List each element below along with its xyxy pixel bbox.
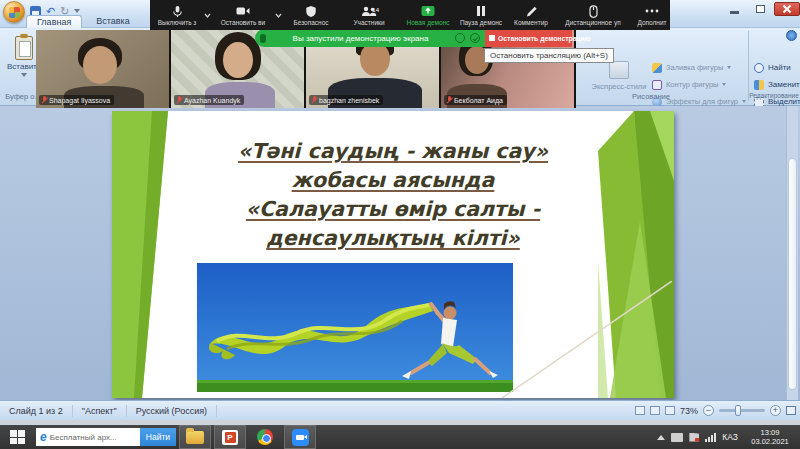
clipboard-icon: [15, 36, 33, 60]
banner-audio-icon[interactable]: [455, 33, 465, 43]
slide-sorter-view-icon[interactable]: [650, 406, 660, 415]
taskbar-zoom-button[interactable]: [284, 425, 316, 449]
minimize-button[interactable]: [722, 2, 746, 16]
language-status[interactable]: Русский (Россия): [127, 405, 217, 417]
participant-face: [223, 42, 253, 78]
slide-counter: Слайд 1 из 2: [0, 405, 73, 417]
share-screen-icon: [421, 4, 435, 18]
tray-expand-icon[interactable]: [657, 435, 665, 440]
taskbar-powerpoint-button[interactable]: P: [214, 425, 246, 449]
replace-label: Заменить: [768, 80, 800, 89]
slide-diagonal-accent-line: [442, 281, 672, 398]
drawing-group-label: Рисование: [556, 92, 746, 101]
network-icon[interactable]: [705, 433, 716, 442]
find-icon: [754, 63, 764, 73]
security-button[interactable]: Безопаснос: [284, 0, 338, 30]
zoom-in-button[interactable]: +: [770, 405, 781, 416]
stop-video-button[interactable]: Остановить ви: [213, 0, 273, 30]
taskbar-explorer-button[interactable]: [179, 425, 211, 449]
editing-group-label: Редактирование: [748, 92, 800, 99]
slide-title-line-2: жобасы аясында: [170, 166, 616, 195]
pause-icon: [476, 4, 486, 18]
shape-fill-button[interactable]: Заливка фигуры: [652, 59, 746, 76]
participant-name-tag: Бекболат Аида: [444, 95, 507, 105]
banner-mic-icon: [260, 34, 266, 43]
quick-styles-icon: [609, 61, 629, 79]
taskbar-search-text: Бесплатный арх...: [50, 433, 117, 442]
new-share-label: Новая демонс: [407, 19, 450, 26]
participant-name: bagzhan zhenisbek: [319, 97, 379, 104]
minimize-icon: [730, 11, 739, 14]
replace-button[interactable]: Заменить: [754, 76, 800, 93]
language-indicator[interactable]: КАЗ: [722, 432, 738, 442]
fit-to-window-icon[interactable]: [786, 406, 796, 415]
zoom-slider[interactable]: [719, 409, 765, 412]
participant-name: Shapagat Ilyassova: [49, 97, 110, 104]
taskbar-find-button[interactable]: Найти: [140, 428, 176, 446]
quick-styles-button[interactable]: Экспресс-стили: [590, 61, 648, 91]
annotate-button[interactable]: Комментир: [506, 0, 556, 30]
pause-share-button[interactable]: Пауза демонс: [456, 0, 506, 30]
clock-time: 13:09: [744, 428, 796, 437]
zoom-out-button[interactable]: −: [703, 405, 714, 416]
find-button[interactable]: Найти: [754, 59, 800, 76]
pencil-icon: [525, 4, 538, 18]
slide-canvas[interactable]: «Тәні саудың - жаны сау» жобасы аясында …: [112, 111, 674, 398]
video-tile[interactable]: Shapagat Ilyassova: [36, 30, 171, 108]
participant-name: Бекболат Аида: [454, 97, 503, 104]
more-dots-icon: [645, 4, 659, 18]
zoom-percent[interactable]: 73%: [680, 406, 698, 416]
muted-mic-icon: [41, 96, 47, 104]
normal-view-icon[interactable]: [635, 406, 645, 415]
banner-check-icon[interactable]: [470, 33, 480, 43]
slide-title[interactable]: «Тәні саудың - жаны сау» жобасы аясында …: [170, 137, 616, 253]
muted-mic-icon: [311, 96, 317, 104]
muted-mic-icon: [446, 96, 452, 104]
stop-share-label: Остановить демонстрацию: [498, 35, 591, 42]
shield-icon: [305, 4, 317, 18]
help-icon[interactable]: [786, 30, 797, 41]
scrollbar-thumb[interactable]: [788, 158, 797, 390]
slideshow-view-icon[interactable]: [665, 406, 675, 415]
taskbar-chrome-button[interactable]: [249, 425, 281, 449]
office-button[interactable]: [3, 1, 25, 23]
video-chevron-icon[interactable]: [273, 0, 284, 30]
drawing-menu: Заливка фигуры Контур фигуры Эффекты для…: [652, 59, 746, 110]
shape-outline-chevron-icon: [722, 83, 726, 86]
paste-chevron-icon: [21, 73, 27, 77]
close-button[interactable]: [774, 2, 800, 16]
zoom-app-icon: [292, 429, 309, 446]
more-button[interactable]: Дополнит: [630, 0, 674, 30]
action-center-icon[interactable]: [689, 433, 699, 442]
participant-name-tag: Shapagat Ilyassova: [39, 95, 114, 105]
participants-button[interactable]: 14 Участники: [338, 0, 400, 30]
tab-insert[interactable]: Вставка: [86, 15, 139, 28]
tab-home[interactable]: Главная: [26, 15, 82, 28]
participant-name-tag: bagzhan zhenisbek: [309, 95, 383, 105]
mouse-icon: [589, 4, 598, 18]
new-share-button[interactable]: Новая демонс: [400, 0, 456, 30]
stop-share-button[interactable]: Остановить демонстрацию: [485, 29, 572, 47]
taskbar-search-box[interactable]: e Бесплатный арх...: [36, 428, 140, 446]
shape-outline-label: Контур фигуры: [666, 80, 718, 89]
theme-name[interactable]: "Аспект": [73, 405, 127, 417]
clock-date: 03.02.2021: [744, 437, 796, 446]
slide-title-line-3: «Салауатты өмір салты -: [170, 195, 616, 224]
restore-button[interactable]: [748, 2, 772, 16]
start-button[interactable]: [0, 425, 34, 449]
statusbar-right: 73% − +: [635, 405, 796, 416]
remote-control-button[interactable]: Дистанционное уп: [556, 0, 630, 30]
tray-device-icon[interactable]: [671, 433, 683, 442]
mute-button[interactable]: Выключить з: [152, 0, 202, 30]
participants-icon: 14: [361, 4, 377, 18]
stop-video-label: Остановить ви: [221, 19, 265, 26]
mute-chevron-icon[interactable]: [202, 0, 213, 30]
clock[interactable]: 13:09 03.02.2021: [744, 428, 796, 446]
camera-icon: [236, 4, 250, 18]
zoom-slider-handle[interactable]: [735, 405, 741, 416]
quick-access-chevron-icon[interactable]: [74, 9, 80, 13]
restore-icon: [756, 5, 765, 13]
shape-fill-icon: [652, 63, 662, 73]
screen-share-banner: Вы запустили демонстрацию экрана: [255, 29, 485, 47]
shape-outline-button[interactable]: Контур фигуры: [652, 76, 746, 93]
